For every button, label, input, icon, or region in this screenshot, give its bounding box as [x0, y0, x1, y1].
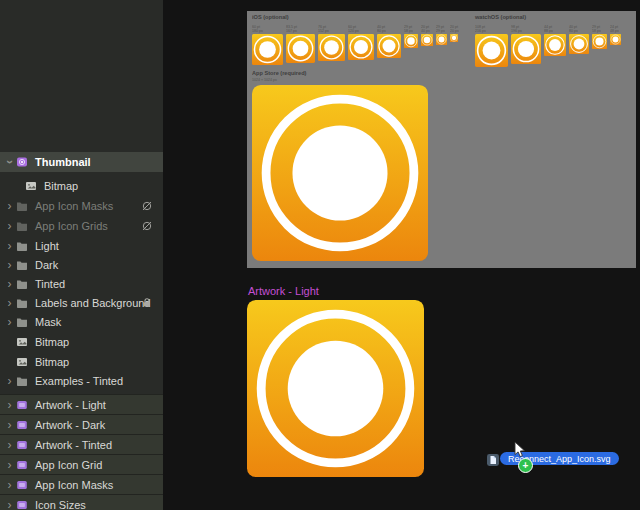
bitmap-icon [16, 336, 29, 348]
folder-icon [16, 278, 29, 290]
sidebar-item-app-icon-grid-15[interactable]: ›App Icon Grid [0, 454, 163, 475]
sidebar-item-icon-sizes-17[interactable]: ›Icon Sizes [0, 494, 163, 510]
sidebar-item-light-4[interactable]: ›Light [0, 236, 163, 255]
icon-size-cell-2[interactable]: 44 pt 88 px [544, 25, 566, 56]
icon-size-cell-2[interactable]: 76 pt 152 px [318, 25, 345, 61]
artboard-icon [16, 499, 29, 510]
icon-size-section-watchos-optional: watchOS (optional)108 pt 216 px98 pt 196… [475, 14, 624, 67]
artboard-title-artwork-light[interactable]: Artwork - Light [248, 285, 319, 297]
app-icon-preview[interactable] [592, 34, 607, 49]
chevron-right-icon[interactable]: › [3, 221, 16, 231]
artwork-light-icon[interactable] [247, 300, 424, 477]
artboard-icon [16, 459, 29, 471]
app-icon-preview[interactable] [252, 34, 283, 65]
app-icon-preview[interactable] [421, 34, 433, 46]
chevron-right-icon[interactable]: › [3, 376, 16, 386]
app-store-size-label: 1024 × 1024 px [252, 78, 288, 83]
size-row: 60 pt 180 px83.5 pt 167 px76 pt 152 px60… [252, 25, 461, 65]
chevron-right-icon[interactable]: › [3, 440, 16, 450]
chevron-right-icon[interactable]: › [3, 317, 16, 327]
chevron-right-icon[interactable]: › [3, 260, 16, 270]
app-icon-preview[interactable] [450, 34, 458, 42]
icon-size-cell-5[interactable]: 24 pt 48 px [610, 25, 621, 45]
sidebar-item-tinted-6[interactable]: ›Tinted [0, 274, 163, 293]
sidebar-item-bitmap-9[interactable]: Bitmap [0, 332, 163, 351]
icon-size-cell-3[interactable]: 40 pt 80 px [569, 25, 589, 54]
sidebar-item-artwork-tinted-14[interactable]: ›Artwork - Tinted [0, 434, 163, 455]
icon-size-cell-5[interactable]: 29 pt 58 px [404, 25, 418, 48]
chevron-right-icon[interactable]: › [3, 279, 16, 289]
sidebar-item-app-icon-masks-16[interactable]: ›App Icon Masks [0, 474, 163, 495]
sidebar-item-label: Light [35, 240, 59, 252]
chevron-right-icon[interactable]: › [3, 480, 16, 490]
chevron-down-icon[interactable]: › [5, 156, 15, 169]
folder-icon [16, 297, 29, 309]
sidebar-item-artwork-light-12[interactable]: ›Artwork - Light [0, 394, 163, 415]
chevron-right-icon[interactable]: › [3, 400, 16, 410]
icon-size-cell-7[interactable]: 29 pt 29 px [436, 25, 447, 45]
icon-size-section-ios-optional: iOS (optional)60 pt 180 px83.5 pt 167 px… [252, 14, 461, 65]
chevron-right-icon[interactable]: › [3, 201, 16, 211]
icon-size-cell-8[interactable]: 20 pt 20 px [450, 25, 458, 42]
sidebar-item-label: Labels and Background [35, 297, 151, 309]
icon-size-cell-0[interactable]: 108 pt 216 px [475, 25, 508, 67]
app-store-icon-1024[interactable] [252, 85, 428, 261]
icon-size-cell-6[interactable]: 20 pt 40 px [421, 25, 433, 46]
folder-icon [16, 240, 29, 252]
icon-size-cell-0[interactable]: 60 pt 180 px [252, 25, 283, 65]
sidebar-item-label: Examples - Tinted [35, 375, 123, 387]
sidebar-item-examples-tinted-11[interactable]: ›Examples - Tinted [0, 371, 163, 390]
icon-size-cell-1[interactable]: 83.5 pt 167 px [286, 25, 315, 63]
sidebar-item-labels-and-background-7[interactable]: ›Labels and Background [0, 293, 163, 312]
chevron-right-icon[interactable]: › [3, 420, 16, 430]
eye-hidden-icon[interactable] [141, 220, 153, 232]
app-icon-preview[interactable] [377, 34, 401, 58]
sidebar-item-app-icon-masks-2[interactable]: ›App Icon Masks [0, 196, 163, 215]
chevron-right-icon[interactable]: › [3, 298, 16, 308]
eye-hidden-icon[interactable] [141, 200, 153, 212]
sidebar-item-label: Artwork - Dark [35, 419, 105, 431]
app-icon-preview[interactable] [511, 34, 541, 64]
icon-size-cell-1[interactable]: 98 pt 196 px [511, 25, 541, 64]
folder-icon [16, 375, 29, 387]
icon-sizes-artboard[interactable]: App Store (required) 1024 × 1024 px iOS … [247, 11, 636, 268]
sidebar-item-artwork-dark-13[interactable]: ›Artwork - Dark [0, 414, 163, 435]
sidebar-item-bitmap-10[interactable]: Bitmap [0, 352, 163, 371]
app-icon-preview[interactable] [404, 34, 418, 48]
app-icon-preview[interactable] [544, 34, 566, 56]
sidebar-item-label: Artwork - Tinted [35, 439, 112, 451]
chevron-right-icon[interactable]: › [3, 241, 16, 251]
sidebar-item-thumbnail-0[interactable]: ›Thumbnail [0, 152, 163, 172]
app-icon-preview[interactable] [569, 34, 589, 54]
icon-size-cell-4[interactable]: 29 pt 58 px [592, 25, 607, 49]
icon-size-label: 60 pt 180 px [252, 25, 288, 30]
folder-icon [16, 200, 29, 212]
canvas-area[interactable]: App Store (required) 1024 × 1024 px iOS … [163, 0, 640, 510]
artboard-icon [16, 439, 29, 451]
app-icon-preview[interactable] [348, 34, 374, 60]
chevron-right-icon[interactable]: › [3, 460, 16, 470]
app-icon-preview[interactable] [318, 34, 345, 61]
icon-size-cell-3[interactable]: 60 pt 120 px [348, 25, 374, 60]
app-icon-preview[interactable] [610, 34, 621, 45]
sidebar-item-mask-8[interactable]: ›Mask [0, 312, 163, 331]
app-icon-preview[interactable] [475, 34, 508, 67]
sidebar-item-bitmap-1[interactable]: Bitmap [0, 176, 172, 195]
sidebar-item-app-icon-grids-3[interactable]: ›App Icon Grids [0, 216, 163, 235]
sidebar-item-dark-5[interactable]: ›Dark [0, 255, 163, 274]
sidebar-item-label: App Icon Masks [35, 200, 113, 212]
size-row: 108 pt 216 px98 pt 196 px44 pt 88 px40 p… [475, 25, 624, 67]
icon-size-cell-4[interactable]: 40 pt 80 px [377, 25, 401, 58]
app-icon-preview[interactable] [436, 34, 447, 45]
size-section-title: watchOS (optional) [475, 14, 594, 20]
icon-size-label: 98 pt 196 px [511, 25, 547, 30]
layer-list-sidebar: ›ThumbnailBitmap›App Icon Masks›App Icon… [0, 0, 163, 510]
bitmap-icon [25, 180, 38, 192]
size-section-title: iOS (optional) [252, 14, 419, 20]
sidebar-item-label: App Icon Grid [35, 459, 102, 471]
sidebar-item-label: Dark [35, 259, 58, 271]
icon-size-label: 83.5 pt 167 px [286, 25, 322, 30]
chevron-right-icon[interactable]: › [3, 500, 16, 510]
app-icon-preview[interactable] [286, 34, 315, 63]
sidebar-item-label: Mask [35, 316, 61, 328]
